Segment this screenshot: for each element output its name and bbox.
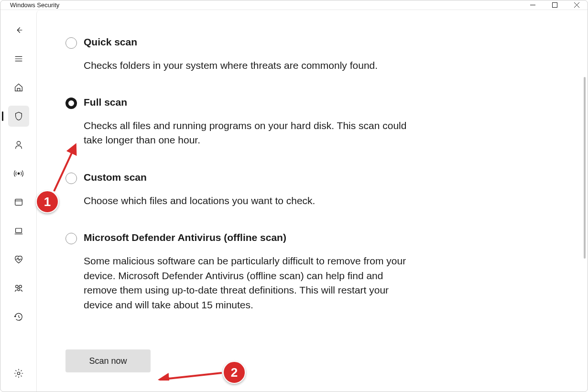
svg-point-1: [17, 141, 20, 144]
app-window-icon: [13, 197, 24, 207]
sidebar-app-browser[interactable]: [8, 192, 29, 213]
hamburger-icon: [13, 54, 24, 64]
scan-now-button[interactable]: Scan now: [65, 349, 151, 372]
option-title: Full scan: [84, 97, 414, 108]
radio-offline-scan[interactable]: [65, 233, 77, 244]
scrollbar[interactable]: [584, 58, 587, 344]
window-title: Windows Security: [10, 1, 59, 9]
svg-point-7: [17, 288, 20, 291]
scan-option-quick[interactable]: Quick scan Checks folders in your system…: [65, 36, 414, 73]
svg-point-5: [15, 285, 18, 288]
radio-quick-scan[interactable]: [65, 37, 77, 49]
svg-rect-0: [552, 2, 557, 7]
history-icon: [13, 312, 24, 322]
radio-full-scan[interactable]: [65, 98, 77, 109]
sidebar-device-security[interactable]: [8, 220, 29, 241]
scan-option-offline[interactable]: Microsoft Defender Antivirus (offline sc…: [65, 232, 414, 312]
arrow-left-icon: [13, 25, 24, 35]
scan-option-full[interactable]: Full scan Checks all files and running p…: [65, 97, 414, 148]
gear-icon: [13, 368, 24, 379]
minimize-icon: [530, 2, 535, 8]
minimize-button[interactable]: [522, 0, 544, 10]
sidebar-protection-history[interactable]: [8, 306, 29, 327]
option-desc: Checks folders in your system where thre…: [84, 58, 414, 73]
sidebar-virus-protection[interactable]: [8, 106, 29, 127]
svg-point-6: [19, 285, 21, 288]
svg-rect-4: [15, 228, 22, 232]
svg-rect-3: [15, 199, 22, 205]
svg-point-8: [17, 372, 20, 375]
sidebar-account-protection[interactable]: [8, 134, 29, 155]
sidebar-family-options[interactable]: [8, 278, 29, 299]
close-button[interactable]: [566, 0, 588, 10]
maximize-icon: [552, 2, 557, 8]
laptop-icon: [13, 226, 24, 236]
sidebar-device-performance[interactable]: [8, 249, 29, 270]
sidebar-menu-button[interactable]: [8, 48, 29, 69]
option-title: Custom scan: [84, 172, 414, 183]
person-icon: [13, 140, 24, 150]
option-desc: Some malicious software can be particula…: [84, 254, 414, 312]
content-area: Quick scan Checks folders in your system…: [36, 10, 588, 392]
scrollbar-thumb[interactable]: [584, 77, 586, 259]
option-title: Microsoft Defender Antivirus (offline sc…: [84, 232, 414, 243]
option-title: Quick scan: [84, 36, 414, 48]
radio-custom-scan[interactable]: [65, 173, 77, 184]
sidebar-settings[interactable]: [8, 363, 29, 384]
sidebar-back-button[interactable]: [8, 20, 29, 41]
sidebar-home[interactable]: [8, 77, 29, 98]
window-controls: [522, 0, 588, 10]
close-icon: [574, 2, 579, 8]
svg-point-2: [18, 173, 20, 174]
broadcast-icon: [13, 168, 24, 179]
title-bar: Windows Security: [0, 0, 588, 10]
sidebar-firewall[interactable]: [8, 163, 29, 184]
heart-pulse-icon: [13, 254, 24, 265]
home-icon: [13, 82, 24, 93]
family-icon: [13, 283, 24, 294]
option-desc: Checks all files and running programs on…: [84, 119, 414, 148]
scan-option-custom[interactable]: Custom scan Choose which files and locat…: [65, 172, 414, 208]
scan-options: Quick scan Checks folders in your system…: [65, 36, 414, 373]
shield-icon: [13, 111, 24, 121]
option-desc: Choose which files and locations you wan…: [84, 194, 414, 208]
sidebar: [0, 10, 36, 392]
maximize-button[interactable]: [544, 0, 566, 10]
